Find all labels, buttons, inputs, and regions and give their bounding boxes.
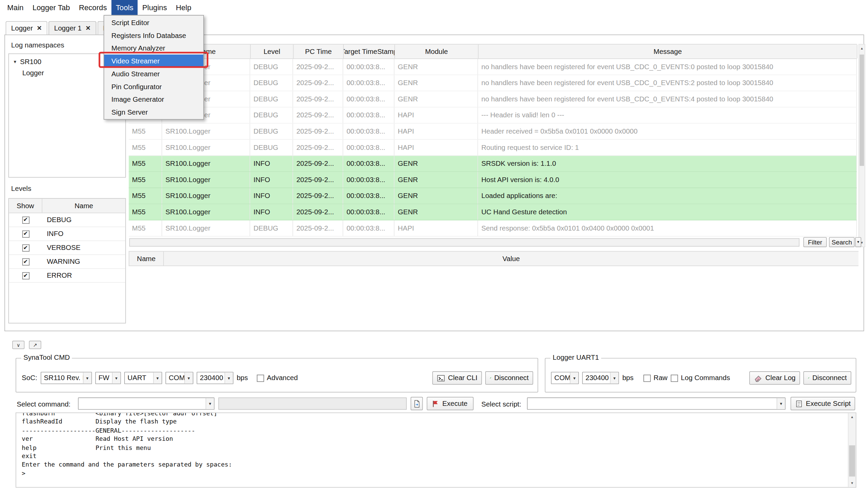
command-args-input[interactable]: [219, 397, 407, 410]
cmd-disconnect-button[interactable]: Disconnect: [485, 371, 533, 384]
eraser-icon: [754, 374, 762, 382]
detail-col-value[interactable]: Value: [164, 252, 858, 265]
advanced-checkbox-group[interactable]: Advanced: [257, 374, 298, 382]
execute-button[interactable]: Execute: [427, 397, 474, 410]
filter-button[interactable]: Filter: [803, 237, 827, 247]
execute-script-button[interactable]: Execute Script: [791, 397, 855, 410]
uart-com-port-select[interactable]: COM6 ▾: [551, 372, 579, 384]
terminal-icon: [437, 374, 446, 382]
tools-menu-item-pin-configurator[interactable]: Pin Configurator: [104, 80, 203, 93]
console-scrollbar-thumb[interactable]: [849, 445, 855, 476]
clear-log-button[interactable]: Clear Log: [749, 371, 800, 384]
log-row[interactable]: M55SR100.LoggerDEBUG2025-09-2...00:00:03…: [129, 123, 857, 140]
scroll-up-icon[interactable]: ▲: [859, 44, 865, 52]
com-port-value: COM1: [166, 374, 184, 382]
log-scrollbar-thumb[interactable]: [860, 55, 864, 166]
tools-menu-item-memory-analyzer[interactable]: Memory Analyzer: [104, 42, 203, 55]
menu-item-help[interactable]: Help: [171, 0, 196, 15]
expand-panel-button[interactable]: ↗: [29, 341, 41, 349]
raw-checkbox[interactable]: [644, 374, 651, 381]
tools-menu-item-audio-streamer[interactable]: Audio Streamer: [104, 67, 203, 80]
log-commands-checkbox[interactable]: [671, 374, 678, 381]
search-button[interactable]: Search: [829, 237, 855, 247]
log-cell-message: Header received = 0x5b5a 0x0101 0x0000 0…: [478, 123, 857, 139]
uart-baud-select[interactable]: 230400 ▾: [582, 372, 619, 384]
fw-select[interactable]: FW ▾: [95, 372, 121, 384]
log-cell-core: M55: [129, 188, 162, 204]
log-cell-target-time: 00:00:03:8...: [343, 140, 394, 155]
tab-logger-1[interactable]: Logger 1✕: [49, 21, 96, 34]
search-options-button[interactable]: ▾: [855, 237, 861, 247]
tools-menu-item-sign-server[interactable]: Sign Server: [104, 106, 203, 119]
console-line: >: [22, 469, 845, 478]
tree-expander-icon[interactable]: ▾: [12, 59, 18, 64]
menu-item-records[interactable]: Records: [74, 0, 111, 15]
log-row[interactable]: M55SR100.LoggerDEBUG2025-09-2...00:00:03…: [129, 75, 857, 92]
log-row[interactable]: M55SR100.LoggerINFO2025-09-2...00:00:03:…: [129, 172, 857, 188]
collapse-panel-button[interactable]: ∨: [12, 341, 24, 349]
soc-select[interactable]: SR110 Rev. B ▾: [41, 372, 92, 384]
log-cell-pc-time: 2025-09-2...: [293, 140, 343, 155]
log-column-header-message[interactable]: Message: [478, 44, 857, 58]
log-scrollbar[interactable]: ▲ ▼: [858, 44, 865, 247]
menu-item-tools[interactable]: Tools: [111, 0, 138, 15]
select-script-combo[interactable]: ▾: [527, 397, 786, 410]
tools-menu-item-script-editor[interactable]: Script Editor: [104, 16, 203, 29]
filter-input[interactable]: [129, 238, 799, 247]
dropdown-arrow-icon: ▾: [153, 372, 162, 383]
select-command-combo[interactable]: ▾: [78, 397, 214, 410]
level-checkbox[interactable]: ✔: [22, 272, 29, 279]
level-checkbox[interactable]: ✔: [22, 258, 29, 265]
scroll-up-icon[interactable]: ▲: [848, 413, 855, 421]
log-row[interactable]: M55SR100.LoggerDEBUG2025-09-2...00:00:03…: [129, 91, 857, 107]
com-port-select[interactable]: COM1 ▾: [165, 372, 193, 384]
log-row[interactable]: M55SR100.LoggerDEBUG2025-09-2...00:00:03…: [129, 220, 857, 237]
load-command-file-button[interactable]: [411, 397, 423, 410]
level-checkbox[interactable]: ✔: [22, 230, 29, 237]
tab-close-icon[interactable]: ✕: [86, 24, 91, 32]
log-column-header-level[interactable]: Level: [251, 44, 294, 58]
script-icon: [795, 399, 803, 408]
tools-menu-item-registers-info-database[interactable]: Registers Info Database: [104, 29, 203, 42]
clear-log-label: Clear Log: [765, 374, 795, 382]
cli-console[interactable]: flashburn <binary file>[sector addr offs…: [16, 413, 856, 488]
baud-select[interactable]: 230400 ▾: [196, 372, 233, 384]
scroll-down-icon[interactable]: ▼: [848, 479, 855, 487]
fw-value: FW: [96, 374, 112, 382]
tab-logger[interactable]: Logger✕: [5, 21, 47, 34]
uart-baud-value: 230400: [583, 374, 610, 382]
console-scrollbar[interactable]: ▲ ▼: [848, 413, 856, 487]
log-row[interactable]: M55SR100.LoggerDEBUG2025-09-2...00:00:03…: [129, 59, 857, 75]
tools-menu-item-image-generator[interactable]: Image Generator: [104, 93, 203, 106]
levels-col-show[interactable]: Show: [9, 199, 42, 213]
log-row[interactable]: M55SR100.LoggerINFO2025-09-2...00:00:03:…: [129, 204, 857, 221]
log-cell-core: M55: [129, 204, 162, 220]
log-row[interactable]: M55SR100.LoggerDEBUG2025-09-2...00:00:03…: [129, 107, 857, 124]
select-command-label: Select command:: [17, 400, 71, 408]
raw-checkbox-group[interactable]: Raw: [644, 374, 668, 382]
detail-col-name[interactable]: Name: [129, 252, 164, 265]
tools-menu-item-video-streamer[interactable]: Video Streamer: [104, 55, 203, 67]
log-cell-core: M55: [129, 156, 162, 172]
menu-item-plugins[interactable]: Plugins: [138, 0, 171, 15]
log-cell-level: INFO: [250, 156, 293, 172]
log-column-header-target-timestamp[interactable]: Target TimeStamp: [344, 44, 395, 58]
log-row[interactable]: M55SR100.LoggerDEBUG2025-09-2...00:00:03…: [129, 140, 857, 156]
menu-item-main[interactable]: Main: [3, 0, 28, 15]
tab-close-icon[interactable]: ✕: [37, 24, 42, 32]
level-checkbox[interactable]: ✔: [22, 216, 29, 223]
interface-select[interactable]: UART ▾: [124, 372, 162, 384]
level-checkbox[interactable]: ✔: [22, 244, 29, 251]
levels-col-name[interactable]: Name: [42, 199, 126, 213]
log-commands-checkbox-group[interactable]: Log Commands: [671, 374, 730, 382]
log-column-header-module[interactable]: Module: [395, 44, 478, 58]
advanced-checkbox[interactable]: [257, 374, 264, 381]
clear-cli-button[interactable]: Clear CLI: [432, 371, 482, 384]
log-row[interactable]: M55SR100.LoggerINFO2025-09-2...00:00:03:…: [129, 188, 857, 204]
log-row[interactable]: M55SR100.LoggerINFO2025-09-2...00:00:03:…: [129, 156, 857, 172]
log-column-header-pc-time[interactable]: PC Time: [294, 44, 344, 58]
uart-disconnect-label: Disconnect: [812, 374, 847, 382]
log-cell-module: HAPI: [394, 220, 478, 236]
uart-disconnect-button[interactable]: Disconnect: [803, 371, 851, 384]
menu-item-logger-tab[interactable]: Logger Tab: [28, 0, 75, 15]
